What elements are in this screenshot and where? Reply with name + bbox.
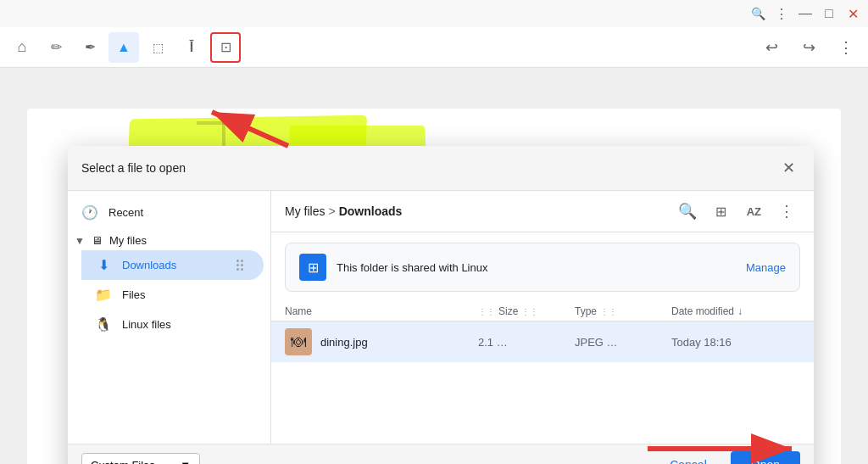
- recent-icon: 🕐: [81, 204, 98, 221]
- drag-handle: [236, 260, 247, 271]
- dialog-close-button[interactable]: ✕: [776, 156, 800, 180]
- redo-icon: ↪: [803, 38, 815, 57]
- maximize-button[interactable]: □: [817, 2, 841, 25]
- text-button[interactable]: Ī: [176, 32, 207, 63]
- sort-icon: AZ: [747, 205, 761, 218]
- custom-files-select[interactable]: Custom Files ▼: [81, 453, 200, 465]
- undo-icon: ↩: [765, 38, 778, 57]
- sidebar-item-downloads[interactable]: ⬇ Downloads: [81, 250, 264, 280]
- breadcrumb-separator: >: [328, 204, 335, 218]
- col-type-label: Type: [575, 305, 597, 317]
- col-size-sort-icon: ⋮⋮: [478, 307, 495, 316]
- table-row[interactable]: 🍽 dining.jpg 2.1 … JPEG … Today 18:16: [271, 321, 814, 362]
- col-size-sort2: ⋮⋮: [521, 307, 538, 316]
- sidebar-downloads-label: Downloads: [122, 259, 176, 271]
- search-win-btn[interactable]: 🔍: [746, 2, 770, 25]
- sidebar: 🕐 Recent ▼ 🖥 My files ⬇ Downloads: [68, 191, 271, 444]
- sidebar-my-files-header[interactable]: ▼ 🖥 My files: [68, 227, 270, 250]
- file-table: Name ⋮⋮ Size ⋮⋮ Type ⋮⋮ Date modified: [271, 302, 814, 444]
- file-size: 2.1 …: [478, 336, 575, 349]
- pen-button[interactable]: ✏: [41, 32, 71, 63]
- file-dialog: Select a file to open ✕ 🕐 Recent ▼ 🖥 My …: [68, 146, 814, 464]
- dialog-close-icon: ✕: [782, 159, 795, 177]
- breadcrumb-root: My files: [285, 204, 325, 218]
- file-name-text: dining.jpg: [320, 336, 368, 349]
- files-icon: 📁: [95, 287, 112, 303]
- file-date: Today 18:16: [671, 336, 800, 349]
- pen-icon: ✏: [51, 39, 62, 55]
- highlighter-button[interactable]: ▲: [108, 32, 139, 63]
- home-button[interactable]: ⌂: [7, 32, 37, 63]
- home-icon: ⌂: [18, 38, 27, 56]
- more-win-btn[interactable]: ⋮: [770, 2, 793, 25]
- marker-button[interactable]: ✒: [75, 32, 105, 63]
- undo-button[interactable]: ↩: [756, 32, 787, 63]
- dialog-footer: Custom Files ▼ Cancel Open: [68, 444, 814, 464]
- col-name-label: Name: [285, 305, 312, 317]
- file-thumbnail: 🍽: [285, 328, 312, 355]
- col-size-label: Size: [498, 305, 518, 317]
- custom-files-label: Custom Files: [91, 459, 155, 465]
- search-button[interactable]: 🔍: [674, 198, 701, 225]
- grid-icon: ⊞: [715, 204, 726, 220]
- manage-link[interactable]: Manage: [746, 261, 786, 274]
- image-icon: ⊡: [220, 39, 231, 55]
- close-window-button[interactable]: ✕: [841, 2, 865, 25]
- sort-button[interactable]: AZ: [742, 198, 766, 225]
- file-thumb-icon: 🍽: [291, 333, 306, 351]
- highlighter-icon: ▲: [117, 40, 131, 55]
- sidebar-my-files-label: My files: [109, 234, 147, 247]
- linux-icon: 🐧: [95, 316, 112, 333]
- minimize-button[interactable]: —: [793, 2, 817, 25]
- grid-view-button[interactable]: ⊞: [708, 198, 735, 225]
- col-date-label: Date modified: [671, 305, 734, 317]
- linux-banner: ⊞ This folder is shared with Linux Manag…: [285, 243, 800, 292]
- more-icon: ⋮: [775, 6, 788, 22]
- breadcrumb: My files > Downloads: [285, 204, 402, 218]
- maximize-icon: □: [825, 6, 833, 21]
- file-type: JPEG …: [575, 336, 671, 349]
- downloads-icon: ⬇: [95, 257, 112, 273]
- more-options-button[interactable]: ⋮: [773, 198, 800, 225]
- sidebar-files-label: Files: [122, 288, 145, 301]
- dialog-title: Select a file to open: [81, 161, 186, 175]
- dropdown-chevron-icon: ▼: [180, 459, 191, 465]
- sidebar-item-linux[interactable]: 🐧 Linux files: [81, 310, 264, 339]
- open-button[interactable]: Open: [731, 451, 800, 464]
- minimize-icon: —: [798, 6, 812, 21]
- marker-icon: ✒: [85, 39, 96, 55]
- chevron-icon: ▼: [75, 235, 85, 247]
- breadcrumb-current: Downloads: [339, 204, 403, 218]
- table-header: Name ⋮⋮ Size ⋮⋮ Type ⋮⋮ Date modified: [271, 302, 814, 321]
- search-icon: 🔍: [678, 202, 697, 221]
- sidebar-linux-label: Linux files: [122, 318, 171, 331]
- close-window-icon: ✕: [848, 6, 859, 22]
- my-files-icon: 🖥: [92, 234, 103, 247]
- toolbar-more-button[interactable]: ⋮: [831, 32, 861, 63]
- file-area: My files > Downloads 🔍 ⊞ AZ: [271, 191, 814, 444]
- text-icon: Ī: [190, 40, 193, 55]
- select-button[interactable]: ⬚: [142, 32, 173, 63]
- select-icon: ⬚: [153, 41, 164, 54]
- sidebar-item-files[interactable]: 📁 Files: [81, 280, 264, 310]
- linux-grid-icon: ⊞: [299, 254, 326, 281]
- toolbar-more-icon: ⋮: [838, 38, 854, 57]
- col-date-sort-icon: ↓: [737, 305, 743, 317]
- image-button[interactable]: ⊡: [210, 32, 241, 63]
- cancel-button[interactable]: Cancel: [653, 453, 724, 464]
- col-type-sort: ⋮⋮: [600, 307, 617, 316]
- linux-banner-text: This folder is shared with Linux: [337, 261, 487, 274]
- more-options-icon: ⋮: [779, 202, 794, 221]
- redo-button[interactable]: ↪: [793, 32, 824, 63]
- sidebar-recent-label: Recent: [108, 206, 143, 219]
- sidebar-item-recent[interactable]: 🕐 Recent: [68, 198, 264, 227]
